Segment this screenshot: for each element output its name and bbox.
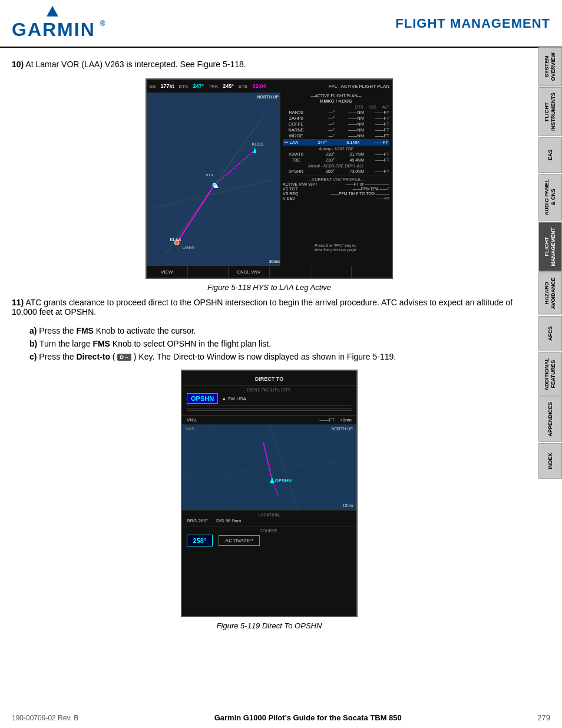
- step-11b-fms-bold: FMS: [92, 339, 110, 348]
- logo-triangle-icon: [47, 6, 58, 17]
- step-10-number: 10): [12, 60, 24, 69]
- figure-118-container: GS 177kt DTK 247° TRK 245° ETE 02:04 FPL…: [12, 78, 527, 292]
- fpl-wp-coffe: COFFE —° ——NM ——FT: [283, 121, 389, 127]
- figure-118-caption: Figure 5-118 HYS to LAA Leg Active: [12, 283, 527, 292]
- screen-bottom-bar-118: VIEW CNCL VNV: [147, 266, 392, 278]
- map-scale-118: 30nm: [269, 259, 280, 263]
- step-11c-text2: ) Key. The Direct-to Window is now displ…: [134, 352, 396, 361]
- step-11b-text1: Turn the large: [39, 339, 93, 348]
- step-11c-space: (: [113, 352, 115, 361]
- figure-119-container: DIRECT TO IDENT, FACILITY, CITY, OPSHN ▲…: [12, 370, 527, 630]
- dt-activate-button[interactable]: ACTIVATE?: [219, 535, 260, 546]
- sidebar-item-flight-instruments[interactable]: FLIGHTINSTRUMENTS: [538, 87, 562, 136]
- dt-course-section: COURSE, 258° ACTIVATE?: [182, 526, 356, 549]
- map-area-118: KLAA LAMAR KCOS HYS NORTH UP 30nm: [147, 93, 282, 266]
- fpl-wp-tbe: TBE 218° 49.4NM ——FT: [283, 157, 389, 163]
- dt-vnv-section: VNV, ——FT +0nm: [182, 415, 356, 424]
- btn-empty-4: [352, 266, 392, 278]
- page-title: FLIGHT MANAGEMENT: [395, 16, 550, 31]
- dt-brg: BRG 260°: [187, 518, 208, 523]
- footer-doc-number: 190-00709-02 Rev. B: [12, 714, 78, 722]
- dt-map-area: OPSHN MAP, NORTH UP 15nm: [182, 424, 356, 510]
- dt-location-label: LOCATION,: [187, 513, 352, 517]
- sidebar-item-appendices[interactable]: APPENDICES: [538, 397, 562, 442]
- page-header: GARMIN ® FLIGHT MANAGEMENT: [0, 0, 562, 48]
- btn-empty-1: [188, 266, 229, 278]
- dt-map-label: MAP,: [186, 427, 195, 431]
- step-11a: a) Press the FMS Knob to activate the cu…: [29, 326, 527, 335]
- fpl-wp-kowt0: K0WT0 218° 21.7NM ——FT: [283, 151, 389, 157]
- fpl-wp-narne: NARNE —° ——NM ——FT: [283, 127, 389, 133]
- step-11b-text2: Knob to select OPSHN in the flight plan …: [113, 339, 271, 348]
- main-content: 10) At Lamar VOR (LAA) V263 is intercept…: [0, 48, 562, 648]
- dt-dis: DIS 98.9nm: [216, 518, 241, 523]
- dt-course-value: 258°: [187, 535, 213, 546]
- dt-vnv-vals: ——FT +0nm: [319, 417, 352, 423]
- sidebar-item-audio-panel[interactable]: AUDIO PANEL& CNS: [538, 174, 562, 220]
- step-11b: b) Turn the large FMS Knob to select OPS…: [29, 339, 527, 348]
- logo-text: GARMIN: [12, 19, 95, 41]
- step-10-text: At Lamar VOR (LAA) V263 is intercepted. …: [25, 60, 246, 69]
- dt-course-label: COURSE,: [187, 529, 352, 533]
- btn-cncl-vnv[interactable]: CNCL VNV: [229, 266, 270, 278]
- fpl-panel-118: —ACTIVE FLIGHT PLAN— KMKC / KCOS DTKDISA…: [280, 93, 392, 266]
- fpl-wp-zahp0: ZAHP0 —° ——NM ——FT: [283, 116, 389, 121]
- sidebar-item-afcs[interactable]: AFCS: [538, 316, 562, 351]
- svg-text:OPSHN: OPSHN: [275, 478, 292, 483]
- svg-text:KCOS: KCOS: [252, 142, 264, 146]
- btn-view[interactable]: VIEW: [147, 266, 188, 278]
- dt-scale: 15nm: [342, 503, 353, 508]
- step-11c-direct-bold: Direct-to: [76, 352, 110, 361]
- logo-reg: ®: [100, 19, 105, 28]
- dt-title-bar: DIRECT TO: [182, 371, 356, 386]
- btn-empty-2: [270, 266, 311, 278]
- dt-title-text: DIRECT TO: [255, 376, 283, 382]
- dt-ident-label: IDENT, FACILITY, CITY,: [187, 388, 352, 392]
- dt-map-svg: OPSHN: [182, 424, 356, 510]
- sidebar-item-index[interactable]: INDEX: [538, 443, 562, 479]
- fpl-wp-opshn: 0PSHN 305° 73.0NM ——FT: [283, 169, 389, 174]
- sidebar: SYSTEMOVERVIEW FLIGHTINSTRUMENTS EAS AUD…: [538, 47, 562, 479]
- figure-119-caption: Figure 5-119 Direct To OPSHN: [12, 621, 527, 630]
- step-11a-text2: Knob to activate the cursor.: [96, 326, 196, 335]
- step-11-text: ATC grants clearance to proceed direct t…: [12, 298, 513, 317]
- fpl-wp-ran50: RAN50 —° ——NM ——FT: [283, 110, 389, 115]
- dt-ident-section: IDENT, FACILITY, CITY, OPSHN ▲ SW USA: [182, 386, 356, 415]
- dt-vnv-label: VNV,: [187, 417, 197, 423]
- direct-to-icon: D→: [117, 354, 131, 361]
- screen-top-bar: GS 177kt DTK 247° TRK 245° ETE 02:04 FPL…: [147, 80, 392, 93]
- figure-118-screen: GS 177kt DTK 247° TRK 245° ETE 02:04 FPL…: [146, 78, 393, 279]
- step-11: 11) ATC grants clearance to proceed dire…: [12, 298, 527, 317]
- step-10: 10) At Lamar VOR (LAA) V263 is intercept…: [12, 60, 527, 69]
- sidebar-item-eas[interactable]: EAS: [538, 137, 562, 173]
- step-11c-label: c): [29, 352, 37, 361]
- page-footer: 190-00709-02 Rev. B Garmin G1000 Pilot's…: [0, 713, 562, 722]
- north-up-label-118: NORTH UP: [257, 95, 279, 99]
- svg-text:KLAA: KLAA: [170, 238, 181, 242]
- dt-location-section: LOCATION, BRG 260° DIS 98.9nm: [182, 510, 356, 526]
- dt-north-up: NORTH UP: [332, 427, 353, 431]
- step-11a-label: a): [29, 326, 37, 335]
- footer-title: Garmin G1000 Pilot's Guide for the Socat…: [214, 713, 402, 722]
- press-fpl-message: Press the "FPL" key toview the previous …: [280, 242, 391, 253]
- footer-page-number: 279: [537, 713, 550, 722]
- fpl-wp-wi2ge: WI2GE —° ——NM ——FT: [283, 133, 389, 139]
- step-11b-label: b): [29, 339, 37, 348]
- sidebar-item-additional-features[interactable]: ADDITIONALFEATURES: [538, 353, 562, 396]
- step-11a-fms-bold: FMS: [76, 326, 94, 335]
- svg-text:LAMAR: LAMAR: [183, 246, 194, 249]
- fpl-wp-laa-active: ↪ LAA 247° 6.1NM ——FT: [283, 139, 389, 146]
- sidebar-item-flight-management[interactable]: FLIGHTMANAGEMENT: [538, 222, 562, 272]
- btn-empty-3: [310, 266, 352, 278]
- dt-ident-value: OPSHN: [187, 393, 218, 404]
- dt-region: ▲ SW USA: [222, 396, 246, 401]
- sidebar-item-hazard-avoidance[interactable]: HAZARDAVOIDANCE: [538, 272, 562, 314]
- step-11c-text1: Press the: [39, 352, 76, 361]
- svg-text:HYS: HYS: [206, 173, 213, 177]
- sidebar-item-system-overview[interactable]: SYSTEMOVERVIEW: [538, 47, 562, 86]
- step-11a-text1: Press the: [39, 326, 76, 335]
- map-svg-118: KLAA LAMAR KCOS HYS: [147, 93, 282, 266]
- step-11-number: 11): [12, 298, 24, 307]
- figure-119-screen: DIRECT TO IDENT, FACILITY, CITY, OPSHN ▲…: [181, 370, 358, 617]
- logo-area: GARMIN ®: [12, 6, 105, 41]
